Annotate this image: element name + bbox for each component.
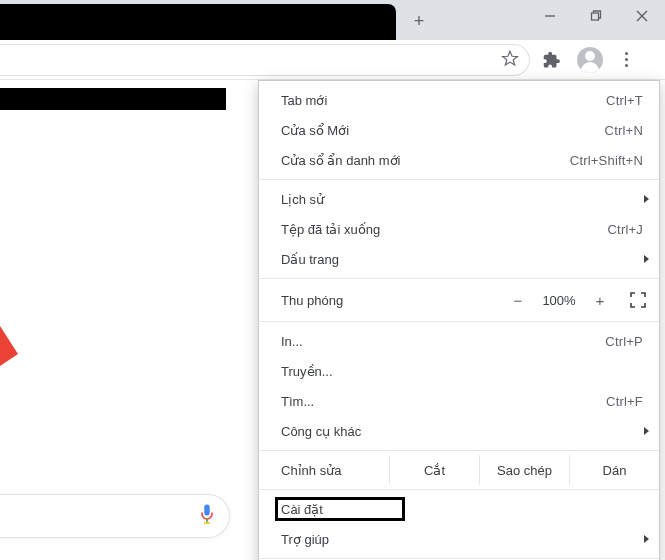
menu-item-label: Cửa sổ ẩn danh mới bbox=[281, 153, 570, 168]
menu-item-label: Lịch sử bbox=[281, 192, 643, 207]
page-header-redacted bbox=[0, 88, 226, 110]
tab-title-redacted bbox=[86, 4, 180, 16]
chrome-main-menu: Tab mới Ctrl+T Cửa sổ Mới Ctrl+N Cửa sổ … bbox=[258, 80, 660, 560]
voice-search-icon[interactable] bbox=[199, 504, 215, 529]
menu-separator bbox=[259, 278, 659, 279]
menu-item-bookmarks[interactable]: Dấu trang bbox=[259, 244, 659, 274]
zoom-in-button[interactable]: + bbox=[585, 286, 615, 314]
svg-marker-4 bbox=[503, 51, 518, 65]
menu-separator bbox=[259, 489, 659, 490]
menu-item-help[interactable]: Trợ giúp bbox=[259, 524, 659, 554]
submenu-arrow-icon bbox=[644, 195, 649, 203]
menu-item-label: In... bbox=[281, 334, 605, 349]
menu-item-zoom: Thu phóng − 100% + bbox=[259, 283, 659, 317]
submenu-arrow-icon bbox=[644, 255, 649, 263]
bookmark-star-icon[interactable] bbox=[501, 50, 519, 71]
menu-item-downloads[interactable]: Tệp đã tải xuống Ctrl+J bbox=[259, 214, 659, 244]
omnibox[interactable] bbox=[0, 44, 530, 76]
edit-paste-button[interactable]: Dán bbox=[569, 455, 659, 485]
google-search-box[interactable] bbox=[0, 494, 230, 538]
menu-item-shortcut: Ctrl+T bbox=[606, 93, 643, 108]
menu-separator bbox=[259, 321, 659, 322]
menu-item-label: Cài đặt bbox=[281, 502, 643, 517]
menu-item-shortcut: Ctrl+N bbox=[605, 123, 643, 138]
edit-cut-button[interactable]: Cắt bbox=[389, 455, 479, 485]
menu-item-edit-row: Chỉnh sửa Cắt Sao chép Dán bbox=[259, 455, 659, 485]
zoom-out-button[interactable]: − bbox=[503, 286, 533, 314]
submenu-arrow-icon bbox=[644, 427, 649, 435]
menu-item-shortcut: Ctrl+F bbox=[606, 394, 643, 409]
menu-item-history[interactable]: Lịch sử bbox=[259, 184, 659, 214]
active-tab[interactable] bbox=[0, 4, 396, 40]
menu-separator bbox=[259, 450, 659, 451]
menu-item-find[interactable]: Tìm... Ctrl+F bbox=[259, 386, 659, 416]
svg-rect-1 bbox=[592, 13, 599, 20]
profile-avatar-icon[interactable] bbox=[577, 47, 603, 73]
menu-item-new-window[interactable]: Cửa sổ Mới Ctrl+N bbox=[259, 115, 659, 145]
menu-separator bbox=[259, 558, 659, 559]
menu-item-label: Công cụ khác bbox=[281, 424, 643, 439]
tab-strip: + bbox=[0, 0, 665, 40]
menu-item-label: Tab mới bbox=[281, 93, 606, 108]
new-tab-button[interactable]: + bbox=[408, 10, 430, 32]
zoom-value: 100% bbox=[533, 293, 585, 308]
menu-item-shortcut: Ctrl+J bbox=[607, 222, 643, 237]
extensions-icon[interactable] bbox=[539, 47, 565, 73]
edit-label: Chỉnh sửa bbox=[281, 455, 389, 485]
window-minimize-button[interactable] bbox=[527, 0, 573, 32]
menu-item-label: Tệp đã tải xuống bbox=[281, 222, 607, 237]
menu-separator bbox=[259, 179, 659, 180]
menu-item-new-tab[interactable]: Tab mới Ctrl+T bbox=[259, 85, 659, 115]
menu-item-more-tools[interactable]: Công cụ khác bbox=[259, 416, 659, 446]
page-logo-fragment bbox=[0, 326, 18, 366]
menu-item-label: Dấu trang bbox=[281, 252, 643, 267]
zoom-label: Thu phóng bbox=[281, 293, 503, 308]
menu-item-shortcut: Ctrl+P bbox=[605, 334, 643, 349]
menu-item-shortcut: Ctrl+Shift+N bbox=[570, 153, 643, 168]
browser-toolbar bbox=[0, 40, 665, 80]
svg-rect-5 bbox=[204, 505, 209, 516]
chrome-menu-button[interactable] bbox=[613, 47, 639, 73]
menu-item-cast[interactable]: Truyền... bbox=[259, 356, 659, 386]
menu-item-label: Cửa sổ Mới bbox=[281, 123, 605, 138]
window-close-button[interactable] bbox=[619, 0, 665, 32]
menu-item-new-incognito[interactable]: Cửa sổ ẩn danh mới Ctrl+Shift+N bbox=[259, 145, 659, 175]
menu-item-label: Trợ giúp bbox=[281, 532, 643, 547]
menu-item-settings[interactable]: Cài đặt bbox=[259, 494, 659, 524]
fullscreen-button[interactable] bbox=[623, 286, 653, 314]
menu-item-label: Truyền... bbox=[281, 364, 643, 379]
menu-item-print[interactable]: In... Ctrl+P bbox=[259, 326, 659, 356]
menu-item-label: Tìm... bbox=[281, 394, 606, 409]
window-maximize-button[interactable] bbox=[573, 0, 619, 32]
submenu-arrow-icon bbox=[644, 535, 649, 543]
edit-copy-button[interactable]: Sao chép bbox=[479, 455, 569, 485]
